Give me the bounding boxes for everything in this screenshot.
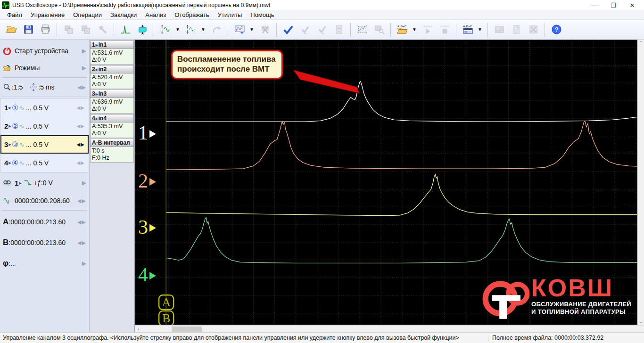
horizontal-scrollbar[interactable]: ‹	[135, 325, 644, 332]
save-file-button[interactable]	[22, 23, 35, 36]
channel-3-row[interactable]: 3▸③∿... 0.5 V◀▶	[0, 135, 89, 154]
annotation-line1: Воспламенение топлива	[177, 54, 276, 64]
scale-vertical-2-button[interactable]	[184, 23, 198, 36]
arrow-icon: ▸	[96, 91, 98, 97]
menu-item-3[interactable]: Операции	[69, 10, 106, 19]
card-header[interactable]: 3▸in3	[90, 90, 134, 98]
restore-button[interactable]: ❐	[610, 2, 617, 9]
scale-vertical-button[interactable]	[159, 23, 172, 36]
scale-vertical-button-dropdown[interactable]: ▼	[174, 23, 182, 36]
channel-marker-2[interactable]: 2	[138, 170, 156, 192]
kovsh-logo: КОВШ ОБСЛУЖИВАНИЕ ДВИГАТЕЛЕЙ И ТОПЛИВНОЙ…	[482, 277, 631, 320]
left-right-arrows-icon[interactable]: ◀▶	[77, 240, 86, 246]
oscillogram-area[interactable]: 1234AB Воспламенение топлива происходит …	[135, 40, 637, 325]
wave-icon: ∿	[19, 141, 25, 148]
channel-marker-3[interactable]: 3	[138, 216, 156, 238]
measurement-value: A:520.4 mV	[92, 74, 132, 81]
spike-view-button[interactable]	[119, 23, 132, 36]
card-input-name: in2	[99, 66, 107, 73]
script-panel-button-dropdown[interactable]: ▼	[476, 23, 484, 36]
marker-a-handle[interactable]: A	[159, 295, 173, 310]
channel-2-row[interactable]: 2▸②∿... 0.5 V◀▶	[0, 117, 89, 135]
time-position-row[interactable]: 0000:00:00.208.60 ◀▶	[0, 192, 89, 209]
chevron-down-icon: ▼	[478, 27, 482, 32]
compare-charts-button-dropdown[interactable]: ▼	[248, 23, 256, 36]
arrow-icon: ▸	[8, 141, 11, 147]
script-open-button-dropdown[interactable]: ▼	[411, 23, 418, 36]
measurement-value: Δ:0 V	[92, 106, 132, 113]
print-button[interactable]	[39, 23, 52, 36]
probe-number-icon: ②	[12, 122, 18, 131]
vertical-scrollbar[interactable]: ⌃ ⌄	[637, 40, 644, 325]
menu-item-2[interactable]: Управление	[26, 10, 69, 19]
card-header[interactable]: A-B интервал	[90, 139, 134, 147]
modes-button[interactable]: Режимы ▶	[0, 59, 89, 76]
undo-button	[210, 23, 223, 36]
scroll-down-icon[interactable]: ⌄	[639, 319, 643, 324]
svg-text:A:B+C: A:B+C	[462, 24, 472, 28]
scale-vertical-2-button-dropdown[interactable]: ▼	[199, 23, 207, 36]
channel-scale-value: ... 0.5 V	[26, 159, 49, 167]
divider	[2, 77, 87, 78]
menu-item-8[interactable]: Помощь	[246, 10, 278, 19]
page-icon	[511, 24, 522, 35]
marker-a-row[interactable]: A :0000:00:00.213.60 ◀▶	[0, 212, 89, 232]
channel-marker-4[interactable]: 4	[138, 264, 156, 286]
hammer-icon	[97, 24, 108, 35]
channel-1-row[interactable]: 1▸①∿... 0.5 V◀▶	[0, 98, 89, 117]
compare-charts-button[interactable]	[233, 23, 246, 36]
copy-wave-button	[62, 23, 75, 36]
marker-tool-button[interactable]	[136, 23, 149, 36]
left-right-arrows-icon[interactable]: ◀▶	[77, 198, 86, 204]
left-right-arrows-icon[interactable]: ◀▶	[77, 160, 85, 165]
menu-item-4[interactable]: Закладки	[106, 10, 141, 19]
channel-marker-1[interactable]: 1	[138, 122, 156, 144]
arrow-icon: ▸	[8, 105, 11, 111]
select-region-button[interactable]	[355, 23, 369, 36]
delete-chart-button	[258, 23, 272, 36]
toolbar-separator	[154, 23, 154, 37]
left-right-arrows-icon[interactable]: ◀▶	[77, 84, 86, 90]
open-file-button[interactable]	[5, 23, 18, 36]
card-header[interactable]: 4▸in4	[90, 114, 134, 122]
left-right-arrows-icon[interactable]: ◀▶	[77, 105, 85, 110]
toolbar-separator	[228, 23, 228, 37]
close-button[interactable]: ✕	[629, 2, 636, 9]
marker-b-row[interactable]: B :0000:00:00.213.60 ◀▶	[0, 232, 89, 253]
script-panel-button[interactable]: A:B+C	[461, 23, 474, 36]
menu-item-7[interactable]: Утилиты	[214, 10, 247, 19]
scroll-up-icon[interactable]: ⌃	[639, 41, 643, 45]
start-device-button[interactable]: Старт устройства ▶	[0, 42, 89, 59]
kovsh-logo-mark-icon	[482, 277, 529, 320]
menu-item-5[interactable]: Анализ	[141, 10, 170, 19]
card-header[interactable]: 1▸in1	[90, 41, 134, 49]
scroll-left-icon[interactable]: ‹	[135, 327, 142, 332]
delete-file-button	[527, 23, 540, 36]
apply-button[interactable]	[281, 23, 295, 36]
chevron-right-icon[interactable]: ▶	[82, 48, 86, 54]
scroll-thumb[interactable]	[172, 327, 202, 332]
marker-a-label: A	[3, 217, 8, 227]
menu-item-6[interactable]: Отображать	[170, 10, 213, 19]
chevron-right-icon[interactable]: ▶	[82, 180, 86, 186]
script-open-button[interactable]: A:B+C	[396, 23, 409, 36]
abc-folder-icon: A:B+C	[397, 24, 408, 35]
chevron-right-icon[interactable]: ▶	[82, 260, 86, 267]
copy2-icon	[80, 24, 91, 35]
trace-in1	[166, 82, 637, 122]
channel-4-row[interactable]: 4▸④∿... 0.5 V◀▶	[0, 154, 89, 172]
left-right-arrows-icon[interactable]: ◀▶	[77, 142, 85, 147]
card-header[interactable]: 2▸in2	[90, 65, 134, 74]
card-values: A:520.4 mVΔ:0 V	[90, 74, 134, 89]
menu-item-1[interactable]: Файл	[3, 10, 26, 19]
help-button[interactable]: ?	[550, 23, 563, 36]
phase-row[interactable]: φ :... ▶	[0, 253, 89, 274]
start-device-label: Старт устройства	[15, 47, 82, 55]
export-image-button	[493, 23, 506, 36]
left-right-arrows-icon[interactable]: ◀▶	[77, 219, 86, 225]
zoom-sweep-row[interactable]: :1:5 :5 ms ◀▶	[0, 79, 89, 96]
sync-row[interactable]: 1▸ +ƒ:0 V ▶	[0, 173, 89, 192]
chevron-right-icon[interactable]: ▶	[82, 65, 86, 71]
minimize-button[interactable]: —	[591, 2, 598, 9]
left-right-arrows-icon[interactable]: ◀▶	[77, 123, 85, 129]
